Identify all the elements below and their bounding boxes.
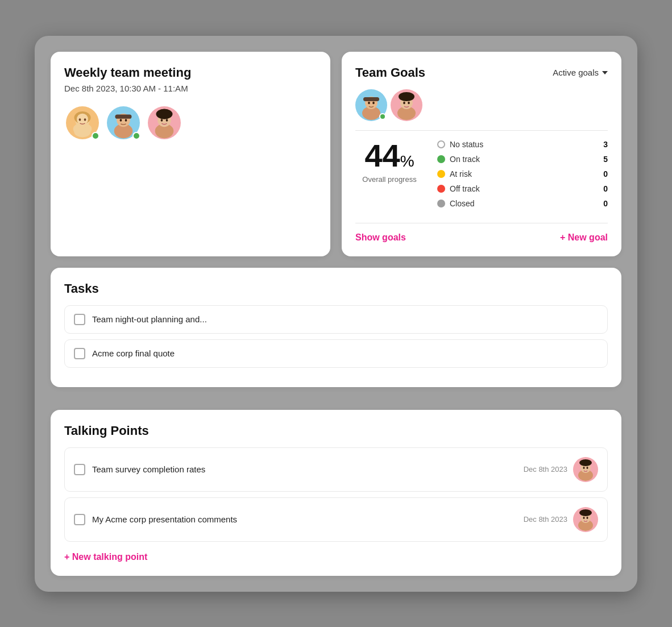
progress-suffix: % bbox=[400, 152, 414, 171]
status-item-at-risk: At risk 0 bbox=[437, 169, 608, 178]
status-count-4: 0 bbox=[596, 199, 608, 208]
status-name-3: Off track bbox=[450, 184, 592, 193]
goals-divider-bottom bbox=[355, 223, 608, 223]
talking-label-2: My Acme corp presentation comments bbox=[92, 514, 517, 524]
online-dot-2 bbox=[132, 132, 140, 140]
talking-item-2: My Acme corp presentation comments Dec 8… bbox=[64, 497, 608, 542]
on-track-icon bbox=[437, 155, 445, 163]
talking-meta-1: Dec 8th 2023 bbox=[524, 457, 598, 482]
svg-point-19 bbox=[156, 109, 173, 119]
svg-point-17 bbox=[161, 119, 163, 122]
status-item-no-status: No status 3 bbox=[437, 140, 608, 149]
goals-avatars bbox=[355, 89, 608, 121]
talking-points-card: Talking Points Team survey completion ra… bbox=[51, 410, 621, 576]
svg-point-35 bbox=[583, 467, 585, 469]
svg-point-5 bbox=[79, 118, 81, 121]
new-goal-button[interactable]: + New goal bbox=[560, 232, 608, 243]
meeting-card: Weekly team meeting Dec 8th 2023, 10:30 … bbox=[51, 52, 330, 256]
talking-date-2: Dec 8th 2023 bbox=[524, 515, 567, 524]
status-count-1: 5 bbox=[596, 155, 608, 164]
overall-progress: 44 % Overall progress bbox=[355, 140, 424, 184]
svg-point-43 bbox=[579, 509, 592, 516]
chevron-down-icon bbox=[602, 71, 608, 74]
no-status-icon bbox=[437, 140, 445, 148]
status-list: No status 3 On track 5 At risk 0 bbox=[437, 140, 608, 214]
svg-point-18 bbox=[166, 119, 168, 122]
top-row: Weekly team meeting Dec 8th 2023, 10:30 … bbox=[51, 52, 621, 256]
meeting-title: Weekly team meeting bbox=[64, 65, 317, 80]
goals-title: Team Goals bbox=[355, 65, 425, 80]
middle-row: Tasks Team night-out planning and... Acm… bbox=[51, 268, 621, 398]
task-item-1[interactable]: Team night-out planning and... bbox=[64, 305, 608, 334]
svg-point-42 bbox=[587, 517, 588, 519]
avatar-2 bbox=[105, 105, 142, 141]
status-name-0: No status bbox=[450, 140, 592, 149]
app-container: Weekly team meeting Dec 8th 2023, 10:30 … bbox=[35, 36, 637, 592]
goals-online-dot-1 bbox=[379, 113, 386, 120]
progress-label: Overall progress bbox=[362, 175, 416, 184]
talking-checkbox-1[interactable] bbox=[74, 464, 85, 475]
status-count-0: 3 bbox=[596, 140, 608, 149]
svg-point-6 bbox=[84, 118, 86, 121]
svg-rect-25 bbox=[363, 97, 379, 101]
svg-point-24 bbox=[372, 101, 375, 103]
goals-body: 44 % Overall progress No status 3 bbox=[355, 140, 608, 214]
talking-avatar-2 bbox=[573, 507, 598, 532]
off-track-icon bbox=[437, 185, 445, 193]
progress-display: 44 % bbox=[364, 140, 414, 172]
svg-rect-13 bbox=[115, 114, 132, 118]
at-risk-icon bbox=[437, 170, 445, 178]
talking-points-title: Talking Points bbox=[64, 423, 608, 438]
status-count-3: 0 bbox=[596, 184, 608, 193]
status-item-on-track: On track 5 bbox=[437, 155, 608, 164]
tasks-title: Tasks bbox=[64, 281, 608, 296]
online-dot-1 bbox=[92, 132, 99, 140]
meeting-avatars bbox=[64, 105, 317, 141]
progress-number: 44 bbox=[364, 140, 400, 172]
svg-point-12 bbox=[125, 119, 127, 122]
svg-point-11 bbox=[120, 119, 122, 122]
svg-point-37 bbox=[579, 459, 592, 466]
status-name-1: On track bbox=[450, 155, 592, 164]
svg-point-41 bbox=[583, 517, 585, 519]
svg-point-7 bbox=[74, 127, 91, 137]
avatar-1 bbox=[64, 105, 101, 141]
tasks-card: Tasks Team night-out planning and... Acm… bbox=[51, 268, 621, 387]
status-count-2: 0 bbox=[596, 169, 608, 178]
talking-date-1: Dec 8th 2023 bbox=[524, 465, 567, 474]
status-item-closed: Closed 0 bbox=[437, 199, 608, 208]
task-checkbox-2[interactable] bbox=[74, 348, 85, 359]
status-item-off-track: Off track 0 bbox=[437, 184, 608, 193]
avatar-3 bbox=[146, 105, 182, 141]
show-goals-button[interactable]: Show goals bbox=[355, 232, 406, 243]
goals-header: Team Goals Active goals bbox=[355, 65, 608, 80]
talking-avatar-1 bbox=[573, 457, 598, 482]
task-item-2[interactable]: Acme corp final quote bbox=[64, 339, 608, 368]
talking-label-1: Team survey completion rates bbox=[92, 464, 517, 474]
svg-point-31 bbox=[399, 92, 414, 101]
talking-meta-2: Dec 8th 2023 bbox=[524, 507, 598, 532]
talking-item-1: Team survey completion rates Dec 8th 202… bbox=[64, 447, 608, 492]
goals-avatar-2 bbox=[391, 89, 422, 121]
svg-point-23 bbox=[368, 101, 370, 103]
goals-avatar-1 bbox=[355, 89, 387, 121]
status-name-2: At risk bbox=[450, 169, 592, 178]
task-checkbox-1[interactable] bbox=[74, 314, 85, 325]
meeting-time: Dec 8th 2023, 10:30 AM - 11:AM bbox=[64, 84, 317, 93]
svg-point-29 bbox=[403, 101, 405, 103]
svg-point-36 bbox=[587, 467, 588, 469]
closed-icon bbox=[437, 200, 445, 207]
svg-point-4 bbox=[77, 113, 88, 124]
talking-checkbox-2[interactable] bbox=[74, 514, 85, 525]
task-label-1: Team night-out planning and... bbox=[92, 314, 207, 324]
status-name-4: Closed bbox=[450, 199, 592, 208]
svg-point-30 bbox=[408, 101, 410, 103]
goals-card: Team Goals Active goals bbox=[342, 52, 621, 256]
active-goals-dropdown[interactable]: Active goals bbox=[553, 68, 608, 77]
goals-footer: Show goals + New goal bbox=[355, 232, 608, 243]
goals-divider-top bbox=[355, 130, 608, 131]
new-talking-point-button[interactable]: + New talking point bbox=[64, 552, 147, 562]
task-label-2: Acme corp final quote bbox=[92, 348, 175, 358]
